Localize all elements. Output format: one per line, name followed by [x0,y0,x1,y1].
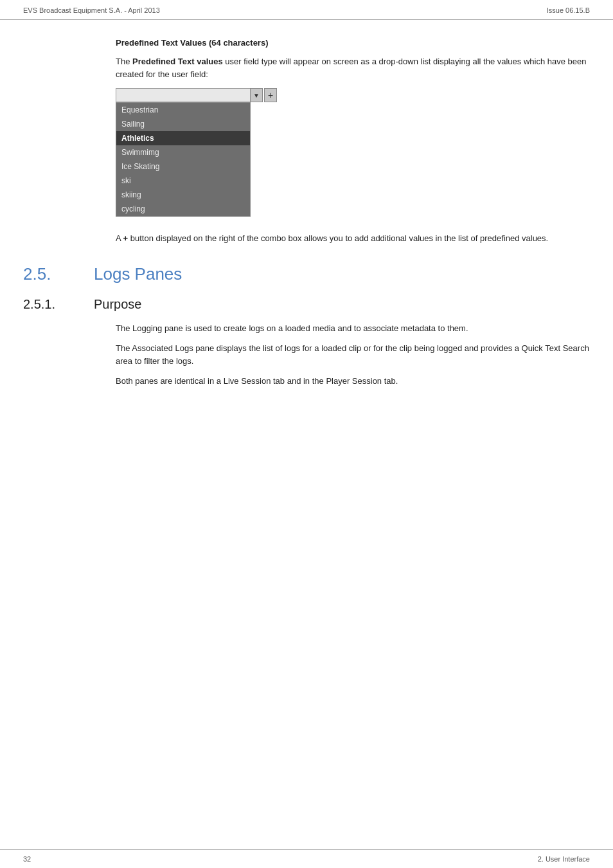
subsection-title: Purpose [94,297,142,312]
dropdown-list-item[interactable]: Ice Skating [116,159,250,174]
dropdown-list-item[interactable]: Sailing [116,117,250,131]
subsection-heading: 2.5.1. Purpose [116,297,590,312]
chapter-number: 2.5. [23,264,87,284]
dropdown-list-item[interactable]: ski [116,174,250,188]
section-title: Predefined Text Values (64 characters) [116,38,590,48]
footer-section: 2. User Interface [538,855,590,863]
footer-page-number: 32 [23,855,31,863]
dropdown-list-item[interactable]: Swimmimg [116,145,250,159]
dropdown-input[interactable] [116,88,251,102]
dropdown-list: EquestrianSailingAthleticsSwimmimgIce Sk… [116,102,251,217]
page-footer: 32 2. User Interface [0,849,613,868]
subsection-paragraph: The Associated Logs pane displays the li… [116,342,590,367]
dropdown-arrow-button[interactable]: ▼ [250,88,263,102]
chapter-title: Logs Panes [94,264,182,284]
dropdown-list-item[interactable]: skiing [116,188,250,202]
note-text-after: button displayed on the right of the com… [130,233,548,243]
chapter-heading: 2.5. Logs Panes [116,264,590,284]
subsection-paragraphs: The Logging pane is used to create logs … [116,322,590,388]
page-header: EVS Broadcast Equipment S.A. - April 201… [0,0,613,20]
page-content: Predefined Text Values (64 characters) T… [0,20,613,849]
intro-paragraph: The Predefined Text values user field ty… [116,55,590,80]
subsection-paragraph: Both panes are identical in a Live Sessi… [116,375,590,388]
dropdown-mockup: ▼ + EquestrianSailingAthleticsSwimmimgIc… [116,88,277,217]
dropdown-top-row: ▼ + [116,88,277,102]
subsection-paragraph: The Logging pane is used to create logs … [116,322,590,335]
dropdown-list-item[interactable]: Athletics [116,131,250,145]
header-right: Issue 06.15.B [547,6,590,14]
page: EVS Broadcast Equipment S.A. - April 201… [0,0,613,868]
header-left: EVS Broadcast Equipment S.A. - April 201… [23,6,160,14]
note-bold: + [123,233,129,243]
intro-text-before: The [116,57,132,66]
dropdown-list-item[interactable]: cycling [116,202,250,216]
intro-bold: Predefined Text values [132,57,223,66]
note-text-before: A [116,233,123,243]
dropdown-plus-button[interactable]: + [264,88,277,102]
subsection-number: 2.5.1. [23,297,87,312]
note-paragraph: A + button displayed on the right of the… [116,232,590,245]
dropdown-list-item[interactable]: Equestrian [116,103,250,117]
